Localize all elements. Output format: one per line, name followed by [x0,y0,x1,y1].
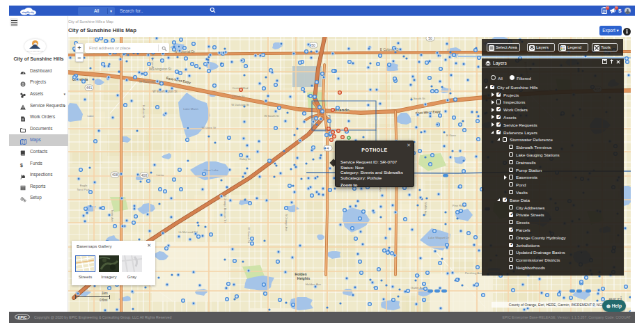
svg-text:E Gore: E Gore [446,134,456,137]
svg-text:E South St: E South St [411,97,426,100]
svg-text:Eagle: Eagle [80,184,88,187]
svg-text:S Orange Blossom Trl: S Orange Blossom Trl [223,195,227,222]
svg-text:simplify.city: simplify.city [22,11,33,14]
svg-text:Gatlin Ave: Gatlin Ave [411,286,425,289]
svg-text:W Gore St: W Gore St [202,126,217,129]
svg-text:Clear Lake: Clear Lake [203,168,219,172]
svg-text:Pershing Ave: Pershing Ave [465,271,482,275]
svg-text:Lorna: Lorna [157,173,164,177]
svg-text:4: 4 [327,146,329,150]
svg-text:Texas Ave: Texas Ave [111,209,114,223]
svg-text:S Mills Ave: S Mills Ave [424,202,427,216]
svg-text:Lake Wagant Dr: Lake Wagant Dr [428,236,450,239]
svg-text:50: 50 [311,43,315,47]
svg-text:441: 441 [86,86,93,90]
svg-text:W Grand St: W Grand St [247,228,251,244]
svg-text:408: 408 [141,173,148,177]
svg-text:Lake: Lake [87,114,94,118]
svg-text:Nest Park: Nest Park [77,188,91,191]
svg-text:Kaley St: Kaley St [239,157,251,161]
svg-text:Hudson St: Hudson St [142,105,146,119]
svg-text:W Colonial Dr: W Colonial Dr [174,50,195,54]
svg-text:Lake Mann: Lake Mann [183,107,198,111]
svg-text:50: 50 [428,37,432,40]
svg-text:W South St: W South St [264,114,279,118]
svg-text:S Orange Ave: S Orange Ave [285,214,288,232]
svg-text:Heights: Heights [297,276,311,280]
svg-text:N Tampa Ave: N Tampa Ave [151,54,155,71]
svg-text:408: 408 [112,173,118,177]
svg-text:W Jackson St: W Jackson St [231,103,249,106]
svg-text:Holden Ave: Holden Ave [306,283,322,286]
svg-text:Church St: Church St [232,95,245,98]
svg-text:Orlando: Orlando [333,107,350,112]
